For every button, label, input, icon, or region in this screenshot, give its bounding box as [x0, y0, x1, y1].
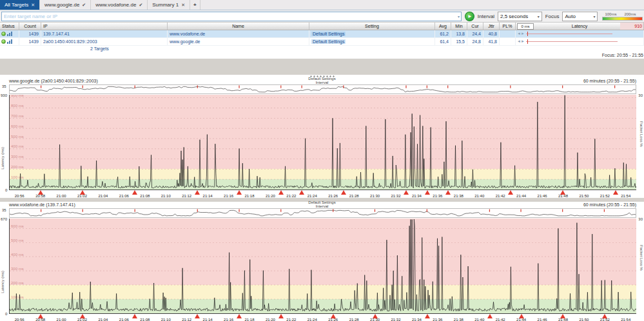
latency-range-handle-icon[interactable]: [517, 38, 525, 45]
latency-plot[interactable]: 100 ms200 ms300 ms400 ms500 ms600 ms700 …: [9, 95, 636, 190]
min-cell: 13,8: [451, 30, 467, 37]
cur-cell: 24,4: [467, 30, 483, 37]
packet-loss-marker-icon: [195, 314, 200, 318]
svg-text:200 ms: 200 ms: [11, 281, 24, 285]
focus-label: Focus: [545, 14, 560, 19]
x-tick-label: 21:28: [349, 318, 359, 321]
packet-loss-marker-icon: [80, 314, 85, 318]
tab-google[interactable]: www.google.de ✔: [40, 0, 91, 10]
timeline-overview-strip[interactable]: 35: [9, 84, 636, 94]
packet-loss-marker-icon: [237, 190, 242, 195]
interval-label: Interval: [478, 14, 494, 19]
tab-vodafone[interactable]: www.vodafone.de ✔: [91, 0, 148, 10]
packet-loss-marker-icon: [237, 314, 242, 318]
x-tick-label: 21:36: [433, 194, 442, 198]
packet-loss-max-label: 30: [638, 93, 643, 97]
col-jttr[interactable]: Jttr: [483, 23, 500, 30]
overview-chart: [10, 209, 636, 217]
svg-text:700 ms: 700 ms: [11, 114, 24, 118]
col-pl[interactable]: PL%: [500, 23, 516, 30]
time-axis: 20:5620:5821:0021:0221:0421:0621:0821:10…: [9, 314, 636, 321]
x-tick-label: 20:56: [15, 318, 24, 321]
svg-text:900 ms: 900 ms: [11, 95, 24, 97]
latency-range-handle-icon[interactable]: [517, 30, 525, 37]
x-tick-label: 21:06: [119, 194, 129, 198]
setting-cell[interactable]: Default Settings: [309, 30, 435, 37]
x-tick-label: 21:34: [412, 194, 422, 198]
svg-text:400 ms: 400 ms: [11, 253, 24, 257]
table-header: Status Count IP Name Setting Avg Min Cur…: [0, 23, 644, 30]
tab-all-targets[interactable]: All Targets ✕: [0, 0, 40, 10]
table-row-vodafone[interactable]: 1439 139.7.147.41 www.vodafone.de Defaul…: [0, 30, 644, 38]
status-cell: [0, 38, 19, 45]
target-table: Status Count IP Name Setting Avg Min Cur…: [0, 23, 644, 59]
svg-text:600 ms: 600 ms: [11, 224, 24, 228]
latency-series-chart: 100 ms200 ms300 ms400 ms500 ms600 ms: [10, 219, 636, 313]
svg-text:500 ms: 500 ms: [11, 238, 24, 242]
svg-text:800 ms: 800 ms: [11, 104, 24, 108]
graph-vodafone: www.vodafone.de (139.7.147.41) 60 minute…: [0, 202, 644, 321]
col-avg[interactable]: Avg: [435, 23, 451, 30]
min-cell: 15,5: [451, 38, 467, 45]
latency-plot[interactable]: 100 ms200 ms300 ms400 ms500 ms600 ms: [9, 219, 636, 314]
packet-loss-max-label: 30: [638, 217, 643, 221]
x-tick-label: 21:44: [516, 194, 526, 198]
graph-settings-label[interactable]: Default Settings Interval: [308, 200, 335, 208]
x-tick-label: 21:14: [203, 318, 213, 321]
col-status[interactable]: Status: [0, 23, 19, 30]
graph-time-range[interactable]: 60 minutes (20:55 - 21:55): [583, 202, 636, 208]
latency-gradient-bar: [602, 17, 643, 21]
packet-loss-marker-icon: [560, 314, 565, 318]
name-cell: www.vodafone.de: [168, 30, 309, 37]
x-tick-label: 21:46: [538, 194, 547, 198]
pl-cell: [500, 30, 516, 37]
tab-label: www.vodafone.de: [95, 2, 136, 8]
search-input[interactable]: [2, 12, 461, 21]
y-min-label: 0: [5, 188, 7, 192]
col-ip[interactable]: IP: [41, 23, 168, 30]
x-tick-label: 21:36: [433, 318, 442, 321]
col-setting[interactable]: Setting: [309, 23, 435, 30]
svg-text:300 ms: 300 ms: [11, 155, 24, 159]
setting-cell[interactable]: Default Settings: [309, 38, 435, 45]
focus-select[interactable]: Auto: [562, 12, 598, 21]
packet-loss-marker-icon: [613, 190, 618, 195]
col-cur[interactable]: Cur: [467, 23, 483, 30]
x-tick-label: 21:42: [496, 194, 505, 198]
x-tick-label: 21:32: [391, 318, 401, 321]
latency-current-tick: [527, 32, 528, 36]
graph-time-range[interactable]: 60 minutes (20:55 - 21:55): [583, 78, 636, 84]
tab-label: Summary 1: [152, 2, 179, 8]
packet-loss-marker-icon: [132, 190, 137, 195]
new-tab-button[interactable]: +: [190, 0, 200, 10]
start-trace-button[interactable]: [465, 12, 474, 21]
right-axis-label: Packet Loss %: [639, 121, 643, 147]
close-icon[interactable]: ✕: [181, 3, 185, 8]
chevron-down-icon[interactable]: ▾: [458, 14, 460, 19]
tab-summary[interactable]: Summary 1 ✕: [148, 0, 190, 10]
col-min[interactable]: Min: [451, 23, 467, 30]
graph-header: www.vodafone.de (139.7.147.41) 60 minute…: [0, 202, 644, 208]
table-row-google[interactable]: 1439 2a00:1450:4001:829::2003 www.google…: [0, 38, 644, 46]
interval-select[interactable]: 2,5 seconds: [498, 12, 542, 21]
packet-loss-marker-icon: [80, 190, 85, 195]
packet-loss-marker-icon: [487, 314, 493, 318]
timeline-overview-strip[interactable]: 35: [9, 208, 636, 218]
mini-graph-icon: [7, 39, 12, 44]
x-tick-label: 21:28: [349, 194, 359, 198]
col-count[interactable]: Count: [19, 23, 41, 30]
svg-text:400 ms: 400 ms: [11, 144, 24, 148]
close-icon[interactable]: ✕: [31, 3, 35, 8]
count-cell: 1439: [19, 38, 41, 45]
col-name[interactable]: Name: [168, 23, 309, 30]
y-max-label: 930: [1, 93, 7, 97]
x-tick-label: 21:16: [224, 318, 233, 321]
pingplotter-window: All Targets ✕ www.google.de ✔ www.vodafo…: [0, 0, 644, 321]
latency-series-chart: 100 ms200 ms300 ms400 ms500 ms600 ms700 …: [10, 95, 636, 190]
jttr-cell: 40,8: [483, 30, 500, 37]
graph-settings-label[interactable]: Default Settings Interval: [308, 77, 335, 84]
interval-value: 2,5 seconds: [500, 14, 528, 19]
latency-zero-box[interactable]: 0 ms: [517, 23, 534, 30]
y-axis-label: Latency (ms): [1, 271, 5, 293]
scale-label-high: 200ms: [624, 12, 636, 16]
